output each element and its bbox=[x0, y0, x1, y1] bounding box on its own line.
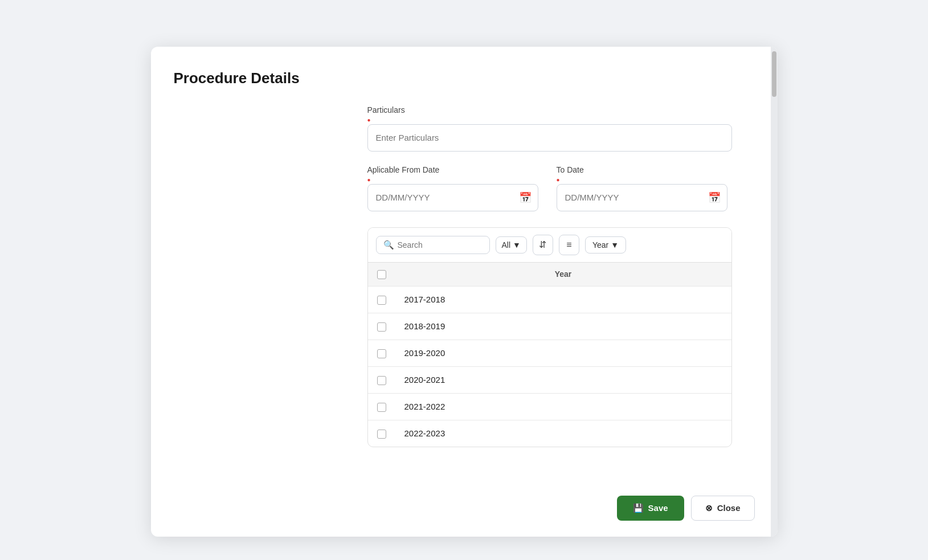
year-filter-label: Year bbox=[592, 240, 608, 250]
particulars-field: Particulars ● bbox=[367, 105, 755, 152]
scrollbar[interactable] bbox=[771, 47, 778, 537]
row-checkbox-4[interactable] bbox=[377, 403, 386, 412]
table-row: 2017-2018 bbox=[368, 286, 731, 313]
row-year-1: 2018-2019 bbox=[395, 313, 731, 340]
search-wrap[interactable]: 🔍 bbox=[376, 236, 490, 254]
filter-button[interactable]: ≡ bbox=[559, 235, 579, 255]
form-section: Particulars ● Aplicable From Date ● 📅 bbox=[367, 105, 755, 447]
search-icon: 🔍 bbox=[383, 240, 394, 250]
header-row: Year bbox=[368, 263, 731, 287]
from-date-input[interactable] bbox=[367, 184, 538, 211]
modal: Procedure Details Particulars ● Aplicabl… bbox=[151, 47, 778, 537]
table-row: 2021-2022 bbox=[368, 393, 731, 420]
row-checkbox-cell bbox=[368, 286, 395, 313]
from-date-input-wrap: 📅 bbox=[367, 184, 538, 211]
row-checkbox-5[interactable] bbox=[377, 430, 386, 439]
row-year-4: 2021-2022 bbox=[395, 393, 731, 420]
scrollbar-thumb[interactable] bbox=[772, 51, 776, 97]
year-table: Year 2017-2018 2018-2019 2019-2020 bbox=[368, 263, 731, 447]
year-column-header: Year bbox=[395, 263, 731, 287]
to-date-field: To Date ● 📅 bbox=[557, 165, 727, 211]
table-toolbar: 🔍 All ▼ ⇵ ≡ bbox=[368, 228, 731, 263]
footer-actions: 💾 Save ⊗ Close bbox=[617, 496, 755, 521]
row-year-0: 2017-2018 bbox=[395, 286, 731, 313]
row-checkbox-3[interactable] bbox=[377, 376, 386, 385]
to-date-input[interactable] bbox=[557, 184, 727, 211]
from-date-required-dot: ● bbox=[367, 177, 538, 183]
table-row: 2018-2019 bbox=[368, 313, 731, 340]
row-checkbox-2[interactable] bbox=[377, 349, 386, 358]
close-icon: ⊗ bbox=[705, 503, 713, 513]
close-button[interactable]: ⊗ Close bbox=[691, 496, 755, 521]
row-checkbox-0[interactable] bbox=[377, 296, 386, 305]
year-table-container: 🔍 All ▼ ⇵ ≡ bbox=[367, 227, 732, 447]
to-date-label: To Date bbox=[557, 165, 727, 174]
table-body: 2017-2018 2018-2019 2019-2020 2020-2021 … bbox=[368, 286, 731, 447]
all-filter-label: All bbox=[502, 240, 511, 250]
table-row: 2019-2020 bbox=[368, 340, 731, 366]
table-row: 2020-2021 bbox=[368, 366, 731, 393]
year-chevron-down-icon: ▼ bbox=[611, 240, 619, 250]
row-year-5: 2022-2023 bbox=[395, 420, 731, 447]
row-checkbox-cell bbox=[368, 313, 395, 340]
row-checkbox-cell bbox=[368, 366, 395, 393]
all-filter-dropdown[interactable]: All ▼ bbox=[496, 236, 527, 254]
sort-asc-button[interactable]: ⇵ bbox=[533, 235, 553, 255]
select-all-checkbox[interactable] bbox=[377, 270, 386, 279]
particulars-required-dot: ● bbox=[367, 117, 755, 123]
row-checkbox-1[interactable] bbox=[377, 322, 386, 332]
row-checkbox-cell bbox=[368, 393, 395, 420]
save-button[interactable]: 💾 Save bbox=[617, 496, 684, 521]
row-year-3: 2020-2021 bbox=[395, 366, 731, 393]
save-label: Save bbox=[648, 503, 668, 513]
page-container: Procedure Details Particulars ● Aplicabl… bbox=[11, 11, 917, 560]
page-title: Procedure Details bbox=[174, 70, 755, 87]
particulars-label: Particulars bbox=[367, 105, 755, 115]
search-input[interactable] bbox=[398, 240, 483, 250]
row-checkbox-cell bbox=[368, 340, 395, 366]
to-date-input-wrap: 📅 bbox=[557, 184, 727, 211]
table-header: Year bbox=[368, 263, 731, 287]
header-checkbox-cell bbox=[368, 263, 395, 287]
year-filter-dropdown[interactable]: Year ▼ bbox=[585, 236, 626, 254]
date-row: Aplicable From Date ● 📅 To Date ● 📅 bbox=[367, 165, 755, 211]
close-label: Close bbox=[717, 503, 741, 513]
particulars-input[interactable] bbox=[367, 124, 732, 152]
filter-icon: ≡ bbox=[566, 240, 571, 250]
table-row: 2022-2023 bbox=[368, 420, 731, 447]
from-date-field: Aplicable From Date ● 📅 bbox=[367, 165, 538, 211]
row-checkbox-cell bbox=[368, 420, 395, 447]
row-year-2: 2019-2020 bbox=[395, 340, 731, 366]
to-date-required-dot: ● bbox=[557, 177, 727, 183]
sort-asc-icon: ⇵ bbox=[539, 239, 546, 250]
save-icon: 💾 bbox=[633, 503, 644, 513]
chevron-down-icon: ▼ bbox=[513, 240, 521, 250]
from-date-label: Aplicable From Date bbox=[367, 165, 538, 174]
